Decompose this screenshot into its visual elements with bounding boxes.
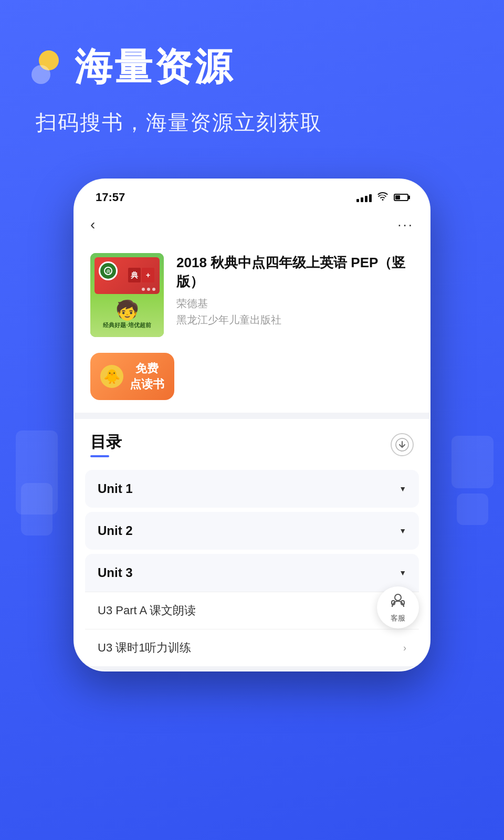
logo-row: 海量资源 [32, 42, 472, 92]
toc-underline [90, 455, 109, 457]
unit-3-subitems: U3 Part A 课文朗读 › U3 课时1听力训练 › [85, 592, 419, 666]
sub-item-1-label: U3 Part A 课文朗读 [98, 603, 196, 618]
svg-text:典: 典 [106, 269, 111, 274]
signal-icon [356, 193, 372, 202]
nav-bar: ‹ ··· [75, 211, 429, 240]
toc-header: 目录 [75, 419, 429, 466]
unit-1-header[interactable]: Unit 1 ▼ [85, 470, 419, 508]
unit-3-header[interactable]: Unit 3 ▼ [85, 554, 419, 592]
free-read-area: 🐥 免费 点读书 [75, 348, 429, 413]
logo-blue-circle [32, 65, 50, 84]
section-divider [75, 413, 429, 419]
svg-text:典: 典 [131, 271, 139, 279]
free-read-button[interactable]: 🐥 免费 点读书 [90, 353, 174, 400]
status-icons [356, 192, 408, 203]
signal-bar-3 [365, 196, 368, 202]
chevron-right-icon-2: › [403, 643, 406, 654]
free-read-label: 免费 点读书 [130, 361, 164, 392]
book-cover-inner: 典 典 + [90, 253, 164, 337]
unit-1-label: Unit 1 [98, 481, 133, 496]
unit-2-arrow: ▼ [399, 527, 406, 535]
book-publisher: 黑龙江少年儿童出版社 [176, 313, 414, 327]
toc-title-wrap: 目录 [90, 432, 122, 457]
unit-1-arrow: ▼ [399, 485, 406, 493]
page-title: 海量资源 [75, 42, 234, 92]
cover-text: 经典好题·培优超前 [101, 321, 153, 329]
headset-icon [390, 592, 406, 613]
back-button[interactable]: ‹ [90, 216, 95, 233]
deco-rect-3 [452, 436, 494, 488]
customer-service-label: 客服 [391, 614, 405, 623]
signal-bar-1 [356, 199, 359, 202]
toc-section: 目录 Unit 1 ▼ U [75, 419, 429, 666]
sub-item-1[interactable]: U3 Part A 课文朗读 › [85, 592, 419, 629]
sub-item-2-label: U3 课时1听力训练 [98, 640, 191, 656]
wifi-icon [377, 192, 388, 203]
book-details: 2018 秋典中点四年级上英语 PEP（竖版） 荣德基 黑龙江少年儿童出版社 [176, 253, 414, 327]
book-cover-top: 典 典 + [94, 257, 160, 294]
duck-icon: 🐥 [100, 365, 123, 388]
battery-icon [394, 194, 408, 201]
unit-1-item: Unit 1 ▼ [85, 470, 419, 508]
unit-2-header[interactable]: Unit 2 ▼ [85, 512, 419, 550]
header-subtitle: 扫码搜书，海量资源立刻获取 [36, 108, 472, 137]
unit-3-item: Unit 3 ▼ U3 Part A 课文朗读 › U3 课时1听力训练 › [85, 554, 419, 666]
book-author: 荣德基 [176, 297, 414, 311]
svg-point-7 [395, 594, 401, 601]
unit-3-label: Unit 3 [98, 565, 133, 580]
more-button[interactable]: ··· [397, 217, 414, 233]
signal-bar-2 [361, 197, 363, 202]
book-emblem: 典 [99, 261, 118, 280]
deco-rect-4 [457, 494, 488, 525]
unit-2-label: Unit 2 [98, 523, 133, 538]
status-time: 17:57 [96, 191, 125, 204]
svg-text:+: + [146, 271, 150, 279]
deco-rect-2 [21, 483, 52, 536]
status-bar: 17:57 [75, 180, 429, 211]
book-cover: 典 典 + [90, 253, 164, 337]
download-button[interactable] [391, 433, 414, 456]
phone-mockup: 17:57 ‹ ··· [74, 178, 430, 671]
cover-char: 🧒 [116, 299, 139, 321]
unit-3-arrow: ▼ [399, 569, 406, 577]
cover-dots [142, 288, 155, 291]
unit-2-item: Unit 2 ▼ [85, 512, 419, 550]
phone-frame: 17:57 ‹ ··· [74, 178, 430, 671]
header-section: 海量资源 扫码搜书，海量资源立刻获取 [32, 42, 472, 137]
battery-fill [395, 195, 400, 200]
logo-icon [32, 50, 65, 84]
signal-bar-4 [369, 194, 372, 202]
toc-title: 目录 [90, 432, 122, 457]
sub-item-2[interactable]: U3 课时1听力训练 › [85, 629, 419, 666]
book-info-section: 典 典 + [75, 240, 429, 348]
book-title: 2018 秋典中点四年级上英语 PEP（竖版） [176, 253, 414, 291]
customer-service-button[interactable]: 客服 [377, 586, 419, 628]
download-circle-icon [395, 438, 409, 452]
